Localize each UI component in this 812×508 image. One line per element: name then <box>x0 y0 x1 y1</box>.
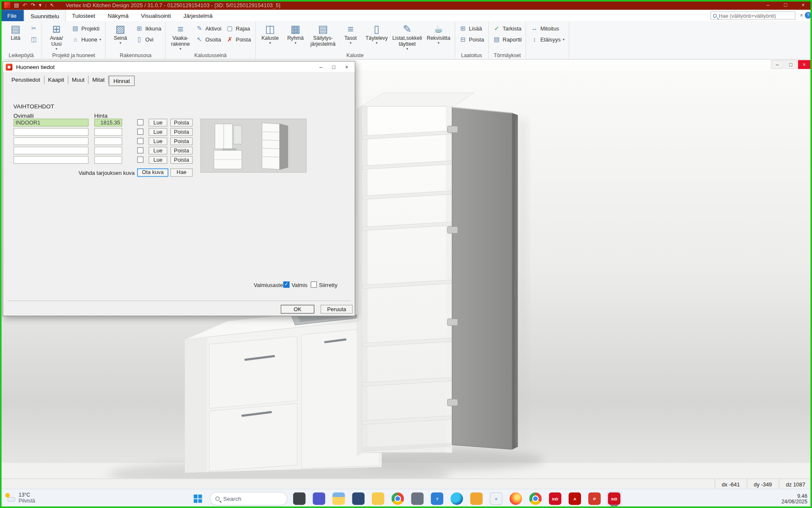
peruuta-button[interactable]: Peruuta <box>321 305 353 314</box>
taskbar-help-icon[interactable]: ? <box>429 491 445 507</box>
qat-dropdown-icon[interactable]: ▾ <box>39 2 41 8</box>
lue-button-2[interactable]: Lue <box>148 137 167 145</box>
ovimalli-field-3[interactable] <box>14 147 89 155</box>
hinta-field-0[interactable]: 1815.35 <box>94 119 122 126</box>
taskbar-chrome2-icon[interactable] <box>528 491 543 507</box>
raportti-button[interactable]: ▤ Raportti <box>491 35 524 44</box>
hinta-field-4[interactable] <box>94 156 122 164</box>
redo-icon[interactable]: ↷ <box>31 2 35 8</box>
siirretty-checkbox[interactable] <box>311 282 317 288</box>
tab-mitat[interactable]: Mitat <box>89 76 109 84</box>
lisaa-laatoitus-button[interactable]: ⊞ Lisää <box>458 24 486 33</box>
taskbar-app-navy[interactable] <box>351 491 366 507</box>
tasot-button[interactable]: ≡ Tasot ▾ <box>339 23 362 45</box>
taskbar-vertex-ind-active-icon[interactable]: InD <box>606 491 622 507</box>
vaaka-rakenne-button[interactable]: ≡ Vaaka- rakenne ▾ <box>168 23 192 51</box>
lue-button-4[interactable]: Lue <box>148 156 167 164</box>
ovimalli-field-2[interactable] <box>14 137 89 145</box>
dialog-close-button[interactable]: × <box>340 62 353 72</box>
dialog-titlebar[interactable]: Huoneen tiedot – □ × <box>3 62 354 73</box>
avaa-uusi-button[interactable]: ⊞ Avaa/ Uusi ▾ <box>44 23 68 51</box>
hinta-field-3[interactable] <box>94 147 122 155</box>
taskbar-search[interactable]: Search <box>210 492 288 505</box>
ovimalli-field-1[interactable] <box>14 128 89 135</box>
seina-button[interactable]: ▨ Seinä ▾ <box>108 23 132 45</box>
ok-button[interactable]: OK <box>281 305 315 314</box>
child-restore-button[interactable]: □ <box>785 60 797 69</box>
hinta-field-2[interactable] <box>94 137 122 145</box>
rekvisiitta-button[interactable]: ☕ Rekvisiitta ▾ <box>425 23 452 45</box>
listat-sokkeli-button[interactable]: ✎ Listat,sokkeli täytteet ▾ <box>391 23 423 51</box>
taskbar-notepad-icon[interactable]: ≡ <box>488 491 504 507</box>
tab-kaapit[interactable]: Kaapit <box>44 76 69 84</box>
child-minimize-button[interactable]: – <box>771 60 783 69</box>
lue-button-3[interactable]: Lue <box>148 147 167 155</box>
weather-widget[interactable]: 13°C Pilvistä <box>4 492 35 503</box>
taskbar-teams-icon[interactable] <box>311 491 327 507</box>
cut-button[interactable]: ✂ <box>29 24 39 33</box>
row-checkbox-4[interactable] <box>137 157 143 163</box>
tab-jarjestelma[interactable]: Järjestelmä <box>177 10 219 21</box>
tarkista-button[interactable]: ✓ Tarkista <box>491 24 524 33</box>
poista-button-1[interactable]: Poista <box>170 128 193 135</box>
row-checkbox-3[interactable] <box>137 147 143 154</box>
lue-button-1[interactable]: Lue <box>148 128 167 135</box>
sailytysjarjestelma-button[interactable]: ▤ Säilytys- järjestelmä <box>309 23 337 47</box>
poista-button-3[interactable]: Poista <box>170 147 193 155</box>
tab-muut[interactable]: Muut <box>68 76 88 84</box>
new-document-icon[interactable]: ▤ <box>14 2 19 8</box>
undo-icon[interactable]: ↶ <box>22 2 27 8</box>
window-maximize-button[interactable]: □ <box>777 0 795 10</box>
tab-tulosteet[interactable]: Tulosteet <box>66 10 102 21</box>
taskbar-chrome-icon[interactable] <box>390 491 406 507</box>
poista-laatoitus-button[interactable]: ⊟ Poista <box>458 35 486 44</box>
search-input[interactable] <box>719 13 793 18</box>
child-close-button[interactable]: × <box>798 60 810 69</box>
tab-nakyma[interactable]: Näkymä <box>102 10 135 21</box>
taskbar-calculator-icon[interactable] <box>410 491 425 507</box>
tab-visualisointi[interactable]: Visualisointi <box>135 10 177 21</box>
tab-suunnittelu[interactable]: Suunnittelu <box>24 10 66 21</box>
huone-button[interactable]: ⌂ Huone ▾ <box>70 35 103 44</box>
pointer-icon[interactable]: ↖ <box>50 2 54 8</box>
taskbar-vertex-ind-icon[interactable]: InD <box>547 491 563 507</box>
aktivoi-button[interactable]: ✎ Aktivoi <box>194 24 222 33</box>
mitoitus-button[interactable]: ↔ Mitoitus <box>529 24 566 33</box>
copy-button[interactable]: ◫ <box>29 35 39 44</box>
help-icon[interactable]: ? <box>805 12 812 19</box>
dialog-minimize-button[interactable]: – <box>314 62 327 72</box>
etaisyys-button[interactable]: ↕ Etäisyys ▾ <box>529 35 566 44</box>
projekti-button[interactable]: ▤ Projekti <box>70 24 103 33</box>
taskbar-edge-icon[interactable] <box>449 491 465 507</box>
start-button[interactable] <box>190 491 206 507</box>
ota-kuva-button[interactable]: Ota kuva <box>137 168 168 177</box>
tab-hinnat[interactable]: Hinnat <box>109 76 134 86</box>
poista-button-0[interactable]: Poista <box>170 119 193 126</box>
collapse-ribbon-icon[interactable]: ∧ <box>800 12 803 17</box>
ikkuna-button[interactable]: ⊞ Ikkuna <box>134 24 162 33</box>
ovi-button[interactable]: ▯ Ovi <box>134 35 162 44</box>
window-close-button[interactable]: × <box>794 0 812 10</box>
taskbar-app-dark[interactable] <box>291 491 307 507</box>
file-tab[interactable]: File <box>0 10 24 21</box>
poista-button-4[interactable]: Poista <box>170 156 193 164</box>
taskbar-file-explorer-icon[interactable] <box>331 491 346 507</box>
rajaa-button[interactable]: ▢ Rajaa <box>225 24 252 33</box>
taskbar-clock[interactable]: 9.46 24/06/2025 <box>782 493 807 504</box>
taskbar-app-red[interactable]: P <box>587 491 602 507</box>
taskbar-app-amber[interactable] <box>469 491 484 507</box>
poista-button-2[interactable]: Poista <box>170 137 193 145</box>
taskbar-folder-icon[interactable] <box>370 491 386 507</box>
tab-perustiedot[interactable]: Perustiedot <box>8 76 44 84</box>
valmis-checkbox[interactable] <box>283 282 290 288</box>
osoita-button[interactable]: ↖ Osoita <box>194 35 222 44</box>
taskbar-acrobat-icon[interactable]: A <box>567 491 583 507</box>
poista-kalustusseina-button[interactable]: ✗ Poista <box>225 35 252 44</box>
taskbar-firefox-icon[interactable] <box>508 491 524 507</box>
hae-button[interactable]: Hae <box>170 168 193 177</box>
row-checkbox-0[interactable] <box>137 119 143 126</box>
row-checkbox-2[interactable] <box>137 138 143 144</box>
ovimalli-field-4[interactable] <box>14 156 89 164</box>
lue-button-0[interactable]: Lue <box>148 119 167 126</box>
row-checkbox-1[interactable] <box>137 129 143 135</box>
